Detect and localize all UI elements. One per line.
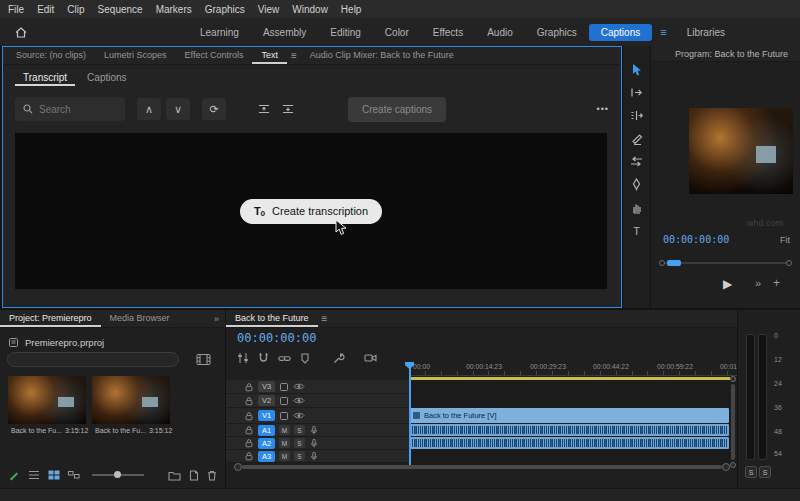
search-box[interactable] — [15, 97, 125, 121]
video-clip-v1[interactable]: Back to the Future [V] — [410, 408, 729, 423]
text-panel-menu-icon[interactable]: ≡ — [287, 50, 301, 61]
subtab-captions[interactable]: Captions — [79, 69, 134, 86]
workspace-tab-audio[interactable]: Audio — [475, 24, 525, 41]
mic-icon[interactable] — [309, 451, 319, 462]
workspace-tab-assembly[interactable]: Assembly — [251, 24, 318, 41]
ripple-edit-tool[interactable] — [628, 108, 646, 123]
film-icon[interactable] — [196, 353, 211, 366]
eye-icon[interactable] — [293, 411, 305, 420]
lock-icon[interactable] — [244, 382, 254, 392]
zoom-level-select[interactable]: Fit — [780, 235, 790, 245]
tab-source-monitor[interactable]: Source: (no clips) — [7, 47, 95, 64]
track-badge-v1[interactable]: V1 — [258, 410, 275, 421]
razor-tool[interactable] — [628, 131, 646, 146]
subtab-transcript[interactable]: Transcript — [15, 69, 75, 86]
nest-toggle-icon[interactable] — [237, 352, 249, 364]
vscroll-bar[interactable] — [731, 384, 735, 460]
menu-view[interactable]: View — [258, 4, 280, 15]
refresh-transcript-button[interactable]: ⟳ — [202, 98, 226, 120]
track-badge-a3[interactable]: A3 — [258, 451, 275, 462]
tab-effect-controls[interactable]: Effect Controls — [176, 47, 253, 64]
tab-project[interactable]: Project: Premierepro — [0, 310, 101, 327]
meter-solo-right-button[interactable]: S — [759, 466, 771, 478]
menu-help[interactable]: Help — [341, 4, 362, 15]
timeline-horizontal-scrollbar[interactable] — [234, 463, 730, 471]
track-badge-v3[interactable]: V3 — [258, 381, 275, 392]
project-clip-2[interactable]: Back to the Fu... 3:15:12 — [92, 376, 170, 434]
tab-lumetri-scopes[interactable]: Lumetri Scopes — [95, 47, 176, 64]
create-transcription-button[interactable]: Tₒ Create transcription — [240, 199, 382, 224]
button-overflow-icon[interactable]: » — [755, 277, 761, 289]
audio-clip-a2[interactable] — [410, 437, 729, 449]
sync-lock-icon[interactable] — [279, 382, 289, 392]
lock-icon[interactable] — [244, 438, 254, 448]
project-file-name[interactable]: Premierepro.prproj — [25, 337, 104, 348]
scrub-playhead[interactable] — [667, 260, 681, 266]
project-filter-input[interactable] — [7, 352, 179, 367]
timeline-timecode[interactable]: 00:00:00:00 — [237, 331, 316, 345]
tab-text[interactable]: Text — [252, 47, 287, 64]
mic-icon[interactable] — [309, 425, 319, 436]
program-timecode[interactable]: 00:00:00:00 — [663, 234, 729, 245]
vscroll-top-handle[interactable] — [730, 376, 736, 382]
slip-tool[interactable] — [628, 154, 646, 169]
tab-audio-clip-mixer[interactable]: Audio Clip Mixer: Back to the Future — [301, 47, 463, 64]
sync-lock-icon[interactable] — [279, 396, 289, 406]
program-panel-title[interactable]: Program: Back to the Future — [651, 46, 800, 62]
freeform-view-icon[interactable] — [68, 470, 80, 480]
lock-icon[interactable] — [244, 396, 254, 406]
scrub-right-handle[interactable] — [786, 260, 792, 266]
home-icon[interactable] — [10, 22, 32, 42]
camera-icon[interactable] — [364, 353, 377, 363]
workspace-tab-captions[interactable]: Captions — [589, 24, 652, 41]
workspace-tab-graphics[interactable]: Graphics — [525, 24, 589, 41]
solo-button[interactable]: S — [294, 451, 305, 461]
add-button-icon[interactable]: + — [773, 276, 780, 290]
mute-button[interactable]: M — [279, 425, 290, 435]
snap-magnet-icon[interactable] — [258, 352, 269, 364]
solo-button[interactable]: S — [294, 438, 305, 448]
create-captions-button[interactable]: Create captions — [348, 97, 446, 122]
new-item-icon[interactable] — [189, 470, 199, 481]
zoom-handle-right[interactable] — [722, 463, 730, 471]
workspace-overflow-icon[interactable]: ≡ — [652, 26, 674, 38]
timeline-vertical-scrollbar[interactable] — [730, 376, 736, 468]
pen-tool[interactable] — [628, 177, 646, 192]
add-marker-icon[interactable] — [300, 353, 310, 364]
lock-icon[interactable] — [244, 451, 254, 461]
project-overflow-icon[interactable]: » — [214, 314, 225, 324]
list-view-icon[interactable] — [28, 470, 40, 480]
clip-thumbnail[interactable] — [92, 376, 170, 424]
workspace-tab-editing[interactable]: Editing — [318, 24, 373, 41]
clip-thumbnail[interactable] — [8, 376, 86, 424]
icon-view-icon[interactable] — [48, 470, 60, 480]
track-badge-a1[interactable]: A1 — [258, 425, 275, 436]
project-clip-1[interactable]: Back to the Fu... 3:15:12 — [8, 376, 86, 434]
mic-icon[interactable] — [309, 438, 319, 449]
workspace-tab-libraries[interactable]: Libraries — [675, 24, 737, 41]
next-match-button[interactable]: ∨ — [166, 98, 190, 120]
selection-tool[interactable] — [628, 62, 646, 77]
vscroll-bottom-handle[interactable] — [730, 462, 736, 468]
tab-media-browser[interactable]: Media Browser — [101, 310, 179, 327]
edit-pencil-icon[interactable] — [8, 469, 20, 481]
search-input[interactable] — [39, 104, 109, 115]
mute-button[interactable]: M — [279, 451, 290, 461]
tab-sequence[interactable]: Back to the Future — [226, 310, 318, 327]
menu-sequence[interactable]: Sequence — [98, 4, 143, 15]
panel-options-button[interactable]: ••• — [597, 104, 609, 114]
scrub-track[interactable] — [665, 262, 786, 264]
solo-button[interactable]: S — [294, 425, 305, 435]
zoom-slider-knob[interactable] — [114, 471, 121, 478]
lock-icon[interactable] — [244, 411, 254, 421]
thumbnail-zoom-slider[interactable] — [92, 474, 144, 476]
timeline-ruler[interactable]: 00:00 00:00:14:23 00:00:29:23 00:00:44:2… — [409, 362, 737, 376]
lock-icon[interactable] — [244, 425, 254, 435]
hand-tool[interactable] — [628, 200, 646, 215]
timeline-settings-wrench-icon[interactable] — [333, 352, 345, 364]
hscroll-bar[interactable] — [242, 465, 722, 469]
merge-captions-up-icon[interactable] — [252, 98, 276, 120]
menu-file[interactable]: File — [8, 4, 24, 15]
timeline-panel-menu-icon[interactable]: ≡ — [318, 313, 332, 324]
new-bin-icon[interactable] — [168, 470, 181, 481]
